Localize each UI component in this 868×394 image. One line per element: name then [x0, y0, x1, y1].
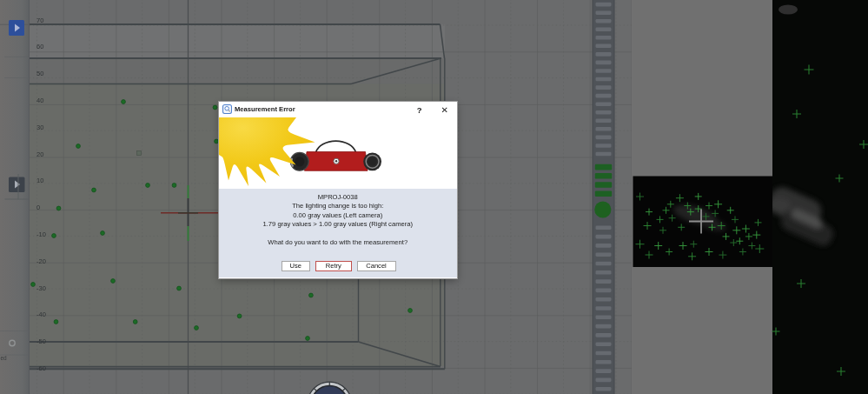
svg-text:60: 60 — [36, 43, 43, 50]
svg-text:30: 30 — [36, 124, 43, 131]
svg-text:40: 40 — [36, 97, 43, 104]
svg-text:-40: -40 — [36, 311, 46, 318]
svg-text:10: 10 — [36, 177, 43, 184]
svg-text:20: 20 — [36, 150, 43, 158]
svg-text:-30: -30 — [36, 284, 46, 292]
svg-text:70: 70 — [36, 17, 43, 24]
svg-text:0: 0 — [36, 204, 40, 211]
svg-text:50: 50 — [36, 70, 43, 77]
svg-text:-60: -60 — [36, 364, 46, 372]
svg-text:-10: -10 — [36, 230, 46, 238]
svg-text:ed: ed — [1, 355, 8, 361]
svg-text:-50: -50 — [36, 337, 46, 345]
svg-text:-20: -20 — [36, 257, 46, 265]
